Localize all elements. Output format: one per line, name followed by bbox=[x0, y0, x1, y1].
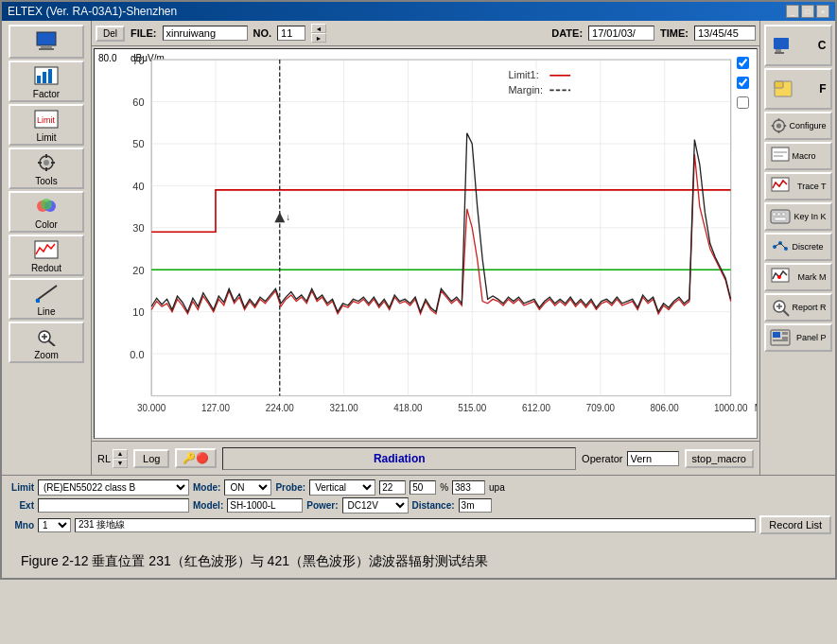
svg-rect-1 bbox=[41, 45, 52, 48]
svg-rect-2 bbox=[39, 48, 54, 50]
zoom-button[interactable]: Zoom bbox=[9, 322, 84, 363]
panel-button[interactable]: Panel P bbox=[764, 323, 832, 352]
svg-text:Limit: Limit bbox=[37, 115, 56, 125]
keyin-label: Key In K bbox=[793, 212, 826, 221]
c-button[interactable]: C bbox=[764, 25, 832, 66]
stop-macro-button[interactable]: stop_macro bbox=[685, 449, 754, 468]
svg-rect-79 bbox=[777, 118, 779, 121]
svg-text:806.00: 806.00 bbox=[651, 403, 680, 413]
svg-rect-76 bbox=[775, 81, 783, 88]
mark-button[interactable]: Mark M bbox=[764, 263, 832, 291]
operator-label: Operator bbox=[582, 453, 622, 464]
svg-line-100 bbox=[783, 310, 789, 316]
extra-checkbox[interactable] bbox=[737, 96, 749, 109]
limit-checkbox[interactable] bbox=[737, 57, 749, 69]
report-button[interactable]: Report R bbox=[764, 293, 832, 322]
memo-text-input[interactable] bbox=[75, 518, 756, 532]
num1-input[interactable] bbox=[379, 480, 406, 495]
rl-up-button[interactable]: ▲ bbox=[113, 449, 128, 459]
close-button[interactable]: × bbox=[816, 5, 829, 18]
top-icon-button[interactable] bbox=[9, 25, 84, 59]
f-button[interactable]: F bbox=[764, 68, 832, 110]
title-buttons: _ □ × bbox=[786, 5, 829, 18]
svg-rect-72 bbox=[774, 38, 789, 49]
trace-label: Trace T bbox=[797, 182, 827, 191]
key-button[interactable]: 🔑🔴 bbox=[175, 448, 217, 468]
date-label: DATE: bbox=[551, 27, 583, 39]
memo-num-select[interactable]: 1 bbox=[38, 518, 71, 532]
line-button[interactable]: Line bbox=[9, 278, 84, 320]
limit-param-label: Limit bbox=[6, 482, 34, 493]
param-row-2: Ext Model: Power: DC12V Distance: bbox=[6, 497, 831, 513]
mode-select[interactable]: ON bbox=[224, 479, 271, 496]
c-label: C bbox=[818, 39, 827, 52]
del-button[interactable]: Del bbox=[96, 26, 125, 42]
file-input[interactable] bbox=[163, 26, 248, 41]
trace-button[interactable]: Trace T bbox=[764, 172, 832, 200]
operator-input[interactable] bbox=[627, 451, 679, 466]
time-input[interactable] bbox=[694, 26, 756, 41]
unit-label: upa bbox=[489, 482, 505, 493]
macro-button[interactable]: Macro bbox=[764, 142, 832, 170]
svg-point-98 bbox=[777, 275, 781, 279]
log-button[interactable]: Log bbox=[133, 449, 169, 468]
svg-rect-0 bbox=[37, 32, 56, 45]
main-layout: Factor Limit Limit bbox=[2, 21, 835, 475]
redout-label: Redout bbox=[31, 263, 61, 273]
no-label: NO. bbox=[253, 27, 272, 39]
date-input[interactable] bbox=[588, 26, 654, 41]
svg-text:60: 60 bbox=[132, 96, 144, 108]
svg-text:Margin:: Margin: bbox=[509, 84, 543, 96]
svg-line-96 bbox=[780, 243, 786, 249]
svg-line-19 bbox=[36, 286, 57, 301]
num2-input[interactable] bbox=[410, 480, 436, 495]
no-input[interactable] bbox=[277, 26, 305, 41]
probe-select[interactable]: Vertical bbox=[309, 479, 375, 496]
no-next-button[interactable]: ► bbox=[311, 33, 326, 43]
svg-rect-83 bbox=[772, 148, 789, 161]
panel-icon bbox=[770, 327, 791, 348]
svg-text:70: 70 bbox=[132, 54, 144, 65]
margin-checkbox[interactable] bbox=[737, 77, 749, 89]
ext-label: Ext bbox=[6, 500, 34, 511]
redout-button[interactable]: Redout bbox=[9, 235, 84, 276]
svg-rect-6 bbox=[48, 69, 52, 83]
power-select[interactable]: DC12V bbox=[342, 497, 409, 513]
keyin-button[interactable]: Key In K bbox=[764, 202, 832, 231]
svg-text:Limit1:: Limit1: bbox=[509, 69, 539, 80]
factor-button[interactable]: Factor bbox=[9, 61, 84, 102]
probe-label: Probe: bbox=[275, 482, 305, 493]
limit-button[interactable]: Limit Limit bbox=[9, 104, 84, 146]
svg-rect-74 bbox=[775, 52, 784, 54]
svg-rect-89 bbox=[777, 213, 780, 216]
color-button[interactable]: Color bbox=[9, 191, 84, 233]
svg-text:10: 10 bbox=[132, 306, 144, 318]
model-input[interactable] bbox=[227, 498, 303, 513]
configure-icon bbox=[770, 115, 788, 136]
configure-label: Configure bbox=[789, 121, 826, 131]
memo-label: Mno bbox=[6, 520, 34, 531]
configure-button[interactable]: Configure bbox=[764, 112, 832, 140]
num3-input[interactable] bbox=[452, 480, 485, 495]
operator-area: Operator bbox=[582, 451, 678, 466]
limit-select[interactable]: (RE)EN55022 class B bbox=[38, 479, 189, 496]
minimize-button[interactable]: _ bbox=[786, 5, 799, 18]
color-label: Color bbox=[35, 219, 58, 230]
record-list-button[interactable]: Record List bbox=[759, 515, 831, 534]
time-label: TIME: bbox=[660, 27, 689, 39]
maximize-button[interactable]: □ bbox=[801, 5, 814, 18]
rl-down-button[interactable]: ▼ bbox=[113, 459, 128, 468]
svg-text:30.000: 30.000 bbox=[137, 403, 166, 413]
c-icon bbox=[770, 32, 796, 59]
ext-input[interactable] bbox=[38, 498, 189, 513]
no-prev-button[interactable]: ◄ bbox=[311, 24, 326, 33]
svg-rect-105 bbox=[782, 332, 788, 335]
svg-rect-91 bbox=[775, 218, 786, 220]
svg-text:50: 50 bbox=[132, 138, 144, 149]
tools-button[interactable]: Tools bbox=[9, 148, 84, 189]
discrete-button[interactable]: Discrete bbox=[764, 233, 832, 261]
distance-input[interactable] bbox=[459, 498, 492, 513]
computer-icon bbox=[33, 28, 60, 55]
svg-rect-5 bbox=[43, 72, 46, 83]
no-nav-buttons: ◄ ► bbox=[311, 24, 326, 43]
